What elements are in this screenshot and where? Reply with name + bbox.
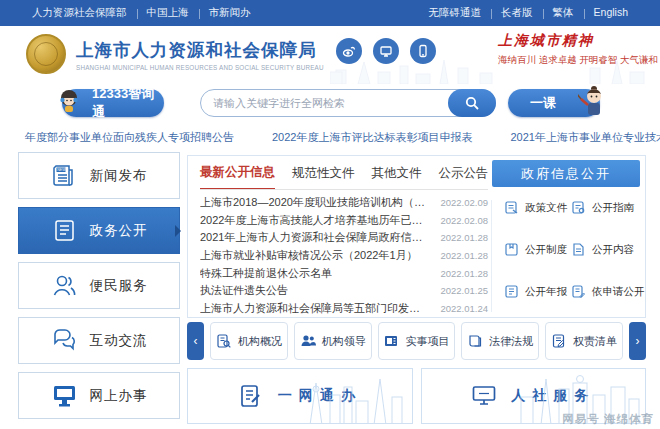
gov-affairs-card: 最新公开信息 规范性文件 其他文件 公示公告 政策解读 政府信息公开 上海市20… bbox=[187, 155, 646, 318]
projects-icon bbox=[383, 333, 399, 349]
link-english[interactable]: English bbox=[584, 6, 638, 20]
news-row[interactable]: 上海市2018—2020年度职业技能培训机构（项目）办... 2022.02.0… bbox=[200, 194, 488, 212]
guide-icon bbox=[571, 200, 586, 215]
shanghai-hr-bureau-homepage: 人力资源社会保障部 中国上海 市新闻办 无障碍通道 长者版 繁体 English… bbox=[0, 0, 660, 429]
link-accessibility[interactable]: 无障碍通道 bbox=[419, 6, 492, 20]
weibo-icon[interactable] bbox=[336, 38, 362, 64]
panel-item-disclosure-system[interactable]: 公开制度 bbox=[504, 242, 567, 257]
quick-link-laws-regulations[interactable]: 法律法规 bbox=[461, 322, 539, 360]
city-spirit-title: 上海城市精神 bbox=[498, 32, 658, 50]
sidebar-label-interaction: 互动交流 bbox=[90, 332, 148, 350]
news-date: 2022.02.08 bbox=[440, 215, 488, 226]
news-title: 执法证件遗失公告 bbox=[200, 283, 288, 298]
government-info-disclosure-button[interactable]: 政府信息公开 bbox=[492, 160, 640, 187]
quick-link-org-overview[interactable]: 机构概况 bbox=[210, 322, 288, 360]
desktop-icon[interactable] bbox=[373, 38, 399, 64]
site-title: 上海市人力资源和社会保障局 bbox=[76, 38, 324, 62]
news-date: 2022.01.28 bbox=[440, 268, 488, 279]
news-row[interactable]: 2021年上海市人力资源和社会保障局政府信息公开工... 2022.01.28 bbox=[200, 229, 488, 247]
brand-text: 上海市人力资源和社会保障局 SHANGHAI MUNICIPAL HUMAN R… bbox=[76, 38, 324, 71]
ticker-link-3[interactable]: 2021年上海市事业单位专业技术二级岗位拟聘人员名单（农业）公 bbox=[510, 130, 660, 145]
panel-item-annual-report[interactable]: 公开年报 bbox=[504, 284, 567, 299]
sidebar-item-interaction[interactable]: 互动交流 bbox=[18, 317, 180, 364]
hotline-12333-button[interactable]: 12333智询通 bbox=[62, 89, 164, 117]
tab-other-docs[interactable]: 其他文件 bbox=[372, 156, 422, 189]
course-button[interactable]: 一课 bbox=[508, 89, 600, 117]
sidebar-item-news[interactable]: NEWS 新闻发布 bbox=[18, 152, 180, 199]
mobile-icon[interactable] bbox=[410, 38, 436, 64]
top-left-links: 人力资源社会保障部 中国上海 市新闻办 bbox=[22, 6, 261, 20]
ticker-link-1[interactable]: 年度部分事业单位面向残疾人专项招聘公告 bbox=[25, 130, 234, 145]
banner-one-stop-portal[interactable]: 一网通办 bbox=[187, 368, 413, 424]
quick-link-label: 机构领导 bbox=[322, 334, 366, 349]
news-title: 上海市人力资源和社会保障局等五部门印发关于促进... bbox=[200, 301, 428, 316]
top-utility-bar: 人力资源社会保障部 中国上海 市新闻办 无障碍通道 长者版 繁体 English bbox=[0, 0, 660, 26]
course-teacher-avatar bbox=[578, 83, 610, 117]
tab-public-notices[interactable]: 公示公告 bbox=[439, 156, 489, 189]
apply-icon bbox=[571, 284, 586, 299]
panel-item-disclosure-content[interactable]: 公开内容 bbox=[571, 242, 645, 257]
search-input[interactable] bbox=[201, 97, 449, 109]
city-spirit-motto: 海纳百川 追求卓越 开明睿智 大气谦和 bbox=[498, 54, 658, 67]
news-title: 2021年上海市人力资源和社会保障局政府信息公开工... bbox=[200, 230, 428, 245]
panel-item-disclosure-guide[interactable]: 公开指南 bbox=[571, 200, 645, 215]
news-title: 上海市2018—2020年度职业技能培训机构（项目）办... bbox=[200, 195, 428, 210]
chat-bubbles-icon bbox=[51, 327, 78, 354]
link-city-news-office[interactable]: 市新闻办 bbox=[199, 6, 261, 20]
quick-link-org-leaders[interactable]: 机构领导 bbox=[294, 322, 372, 360]
news-row[interactable]: 特殊工种提前退休公示名单 2022.01.28 bbox=[200, 264, 488, 282]
site-brand[interactable]: 上海市人力资源和社会保障局 SHANGHAI MUNICIPAL HUMAN R… bbox=[26, 34, 324, 74]
link-china-shanghai[interactable]: 中国上海 bbox=[137, 6, 199, 20]
panel-item-disclosure-upon-request[interactable]: 依申请公开 bbox=[571, 284, 645, 299]
sidebar-item-public-services[interactable]: 便民服务 bbox=[18, 262, 180, 309]
quick-link-label: 权责清单 bbox=[573, 334, 617, 349]
quick-link-label: 法律法规 bbox=[489, 334, 533, 349]
news-row[interactable]: 执法证件遗失公告 2022.01.25 bbox=[200, 282, 488, 300]
banner-skyline-decoration bbox=[290, 375, 410, 424]
news-row[interactable]: 上海市人力资源和社会保障局等五部门印发关于促进... 2022.01.24 bbox=[200, 300, 488, 318]
news-date: 2022.01.28 bbox=[440, 232, 488, 243]
sidebar-label-news: 新闻发布 bbox=[90, 167, 148, 185]
panel-label: 公开年报 bbox=[525, 285, 567, 299]
link-traditional-chinese[interactable]: 繁体 bbox=[543, 6, 584, 20]
primary-nav-sidebar: NEWS 新闻发布 政务公开 bbox=[18, 152, 180, 427]
news-row[interactable]: 上海市就业补贴审核情况公示（2022年1月） 2022.01.28 bbox=[200, 247, 488, 265]
sidebar-item-online-services[interactable]: 网上办事 bbox=[18, 372, 180, 419]
ticker-link-2[interactable]: 2022年度上海市评比达标表彰项目申报表 bbox=[272, 130, 472, 145]
sidebar-label-public-services: 便民服务 bbox=[90, 277, 148, 295]
news-date: 2022.02.09 bbox=[440, 197, 488, 208]
news-title: 特殊工种提前退休公示名单 bbox=[200, 266, 332, 281]
link-senior-version[interactable]: 长者版 bbox=[491, 6, 543, 20]
hotline-label: 12333智询通 bbox=[92, 85, 164, 121]
news-icon: NEWS bbox=[51, 162, 78, 189]
bureau-logo bbox=[26, 34, 66, 74]
quick-link-responsibility-list[interactable]: 权责清单 bbox=[545, 322, 623, 360]
news-title: 上海市就业补贴审核情况公示（2022年1月） bbox=[200, 248, 418, 263]
sidebar-item-gov-affairs[interactable]: 政务公开 bbox=[18, 207, 180, 254]
panel-label: 依申请公开 bbox=[592, 285, 645, 299]
main-area: NEWS 新闻发布 政务公开 bbox=[0, 150, 660, 429]
news-row[interactable]: 2022年度上海市高技能人才培养基地历年已资助实训... 2022.02.08 bbox=[200, 212, 488, 230]
search-button[interactable] bbox=[448, 89, 496, 117]
carousel-next-button[interactable]: › bbox=[629, 322, 646, 360]
site-search bbox=[200, 89, 496, 117]
site-header: 上海市人力资源和社会保障局 SHANGHAI MUNICIPAL HUMAN R… bbox=[0, 26, 660, 84]
people-icon bbox=[51, 272, 78, 299]
news-date: 2022.01.28 bbox=[440, 250, 488, 261]
tab-normative-docs[interactable]: 规范性文件 bbox=[292, 156, 355, 189]
panel-label: 公开内容 bbox=[592, 243, 634, 257]
policy-doc-icon bbox=[504, 200, 519, 215]
quick-link-label: 机构概况 bbox=[238, 334, 282, 349]
panel-item-policy-documents[interactable]: 政策文件 bbox=[504, 200, 567, 215]
panel-label: 公开制度 bbox=[525, 243, 567, 257]
tab-latest-info[interactable]: 最新公开信息 bbox=[200, 155, 275, 190]
quick-link-practical-projects[interactable]: 实事项目 bbox=[378, 322, 456, 360]
header-social-icons bbox=[336, 38, 436, 64]
watermark-text: 网易号 海绵体育 bbox=[562, 412, 654, 427]
leaders-icon bbox=[300, 333, 316, 349]
document-icon bbox=[51, 217, 78, 244]
link-mohrss[interactable]: 人力资源社会保障部 bbox=[22, 6, 137, 20]
course-label: 一课 bbox=[530, 94, 556, 112]
panel-label: 政策文件 bbox=[525, 201, 567, 215]
carousel-prev-button[interactable]: ‹ bbox=[187, 322, 204, 360]
